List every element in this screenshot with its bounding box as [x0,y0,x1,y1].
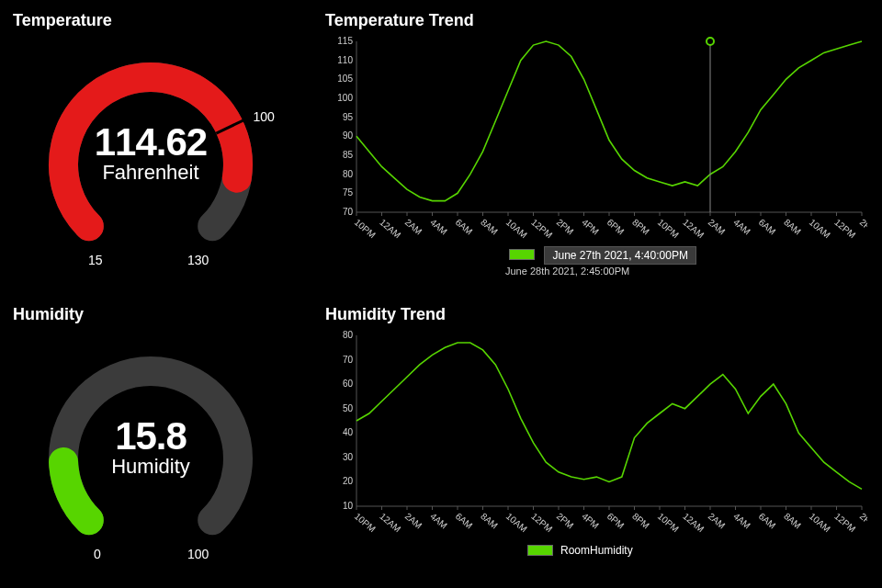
svg-point-56 [707,38,714,45]
svg-text:2AM: 2AM [403,511,424,531]
svg-text:12AM: 12AM [378,511,402,534]
temperature-threshold-label: 100 [253,109,274,124]
humidity-trend-svg: 102030405060708010PM12AM2AM4AM6AM8AM10AM… [325,330,867,541]
svg-text:4AM: 4AM [731,511,752,531]
humidity-trend-chart[interactable]: 102030405060708010PM12AM2AM4AM6AM8AM10AM… [325,330,869,588]
temperature-trend-panel: Temperature Trend 7075808590951001051101… [312,0,882,294]
temperature-max-label: 130 [187,253,209,267]
svg-text:75: 75 [343,187,354,198]
temperature-gauge-title: Temperature [13,11,300,30]
svg-text:90: 90 [343,130,354,141]
svg-text:6AM: 6AM [757,217,778,237]
temperature-gauge[interactable]: 114.62 Fahrenheit 15 130 100 [13,36,288,284]
humidity-value: 15.8 [13,414,288,458]
svg-text:6AM: 6AM [454,511,475,531]
svg-text:8AM: 8AM [782,217,803,237]
svg-text:4AM: 4AM [731,217,752,237]
svg-text:80: 80 [343,169,354,179]
humidity-min-label: 0 [94,547,101,561]
humidity-gauge[interactable]: 15.8 Humidity 0 100 [13,330,288,578]
svg-text:6PM: 6PM [605,511,627,531]
svg-text:12PM: 12PM [529,511,554,534]
humidity-legend[interactable]: RoomHumidity [527,544,633,557]
humidity-gauge-panel: Humidity 15.8 Humidity 0 100 [0,294,312,588]
temperature-trend-chart[interactable]: 70758085909510010511011510PM12AM2AM4AM6A… [325,36,869,311]
svg-text:4AM: 4AM [428,511,449,531]
svg-text:2AM: 2AM [707,217,728,237]
svg-text:2PM: 2PM [555,217,576,237]
svg-text:10AM: 10AM [504,217,529,240]
svg-text:10PM: 10PM [353,511,378,534]
svg-text:8AM: 8AM [479,511,500,531]
svg-text:110: 110 [337,55,353,65]
svg-text:10PM: 10PM [656,511,681,534]
svg-text:95: 95 [343,112,354,122]
humidity-gauge-title: Humidity [13,305,300,324]
svg-text:85: 85 [343,150,354,160]
svg-text:2PM: 2PM [555,511,576,531]
svg-text:4PM: 4PM [580,511,601,531]
temperature-status-time: June 28th 2021, 2:45:00PM [505,266,629,277]
svg-text:12AM: 12AM [378,217,402,240]
temperature-legend-tooltip: June 27th 2021, 4:40:00PM [544,246,695,265]
svg-text:10AM: 10AM [808,217,832,240]
svg-text:2PM: 2PM [858,217,867,237]
svg-text:10PM: 10PM [353,217,378,240]
svg-text:8PM: 8PM [630,217,651,237]
svg-text:105: 105 [337,74,353,84]
svg-text:50: 50 [343,403,354,413]
svg-text:12AM: 12AM [681,511,706,534]
humidity-trend-panel: Humidity Trend 102030405060708010PM12AM2… [312,294,882,588]
svg-text:4AM: 4AM [428,217,449,237]
svg-text:4PM: 4PM [580,217,601,237]
svg-text:6AM: 6AM [757,511,778,531]
svg-text:12PM: 12PM [832,511,857,534]
svg-text:6PM: 6PM [605,217,627,237]
svg-text:12PM: 12PM [832,217,857,240]
svg-text:12AM: 12AM [681,217,706,240]
svg-text:10PM: 10PM [656,217,681,240]
svg-text:6AM: 6AM [454,217,475,237]
svg-text:2AM: 2AM [403,217,424,237]
humidity-trend-title: Humidity Trend [325,305,869,324]
svg-text:100: 100 [337,93,353,103]
svg-text:2AM: 2AM [707,511,728,531]
svg-text:8AM: 8AM [782,511,803,531]
humidity-legend-swatch [527,545,553,556]
svg-text:12PM: 12PM [529,217,554,240]
svg-text:2PM: 2PM [858,511,867,531]
temperature-value: 114.62 [13,120,288,164]
temperature-legend-swatch [509,249,535,260]
humidity-legend-label: RoomHumidity [560,544,633,557]
temperature-gauge-panel: Temperature 114.62 Fahrenheit 15 130 100 [0,0,312,294]
svg-text:30: 30 [343,452,354,462]
temperature-unit: Fahrenheit [13,161,288,185]
humidity-max-label: 100 [187,547,209,561]
svg-text:115: 115 [337,36,353,46]
temperature-trend-svg: 70758085909510010511011510PM12AM2AM4AM6A… [325,36,867,247]
humidity-unit: Humidity [13,455,288,479]
svg-text:10AM: 10AM [504,511,529,534]
svg-text:10AM: 10AM [808,511,832,534]
svg-text:8PM: 8PM [630,511,651,531]
svg-text:70: 70 [343,355,354,365]
temperature-trend-title: Temperature Trend [325,11,869,30]
svg-text:80: 80 [343,330,354,340]
svg-text:60: 60 [343,379,354,389]
temperature-min-label: 15 [88,253,103,267]
temperature-legend[interactable] [509,249,535,260]
svg-text:10: 10 [343,501,354,511]
svg-text:20: 20 [343,476,354,486]
svg-text:8AM: 8AM [479,217,500,237]
svg-text:70: 70 [343,207,354,217]
svg-text:40: 40 [343,427,354,437]
